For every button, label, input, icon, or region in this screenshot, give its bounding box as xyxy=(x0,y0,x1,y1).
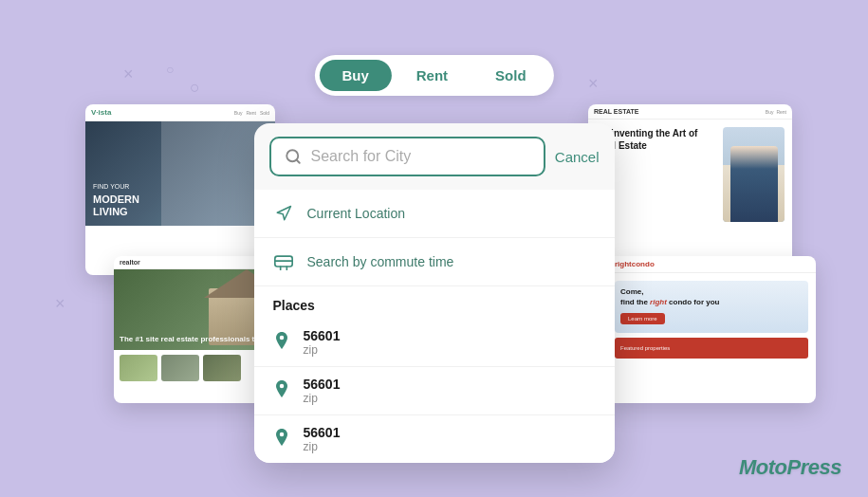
card-bl-logo: realtor xyxy=(120,259,140,266)
place-number-1: 56601 xyxy=(304,328,341,343)
card-bl-thumb3 xyxy=(203,355,241,381)
card-tl-headline: Find Your MODERNLIVING xyxy=(93,183,139,218)
svg-line-1 xyxy=(296,159,299,162)
places-header: Places xyxy=(254,286,615,319)
nav-link-buy: Buy xyxy=(766,109,774,115)
place-info-2: 56601 zip xyxy=(304,377,341,405)
search-header: Search for City Cancel xyxy=(254,123,615,190)
tab-bar: Buy Rent Sold xyxy=(314,55,553,96)
place-info-1: 56601 zip xyxy=(304,328,341,357)
search-icon xyxy=(285,148,302,165)
current-location-item[interactable]: Current Location xyxy=(254,190,615,238)
place-item-2[interactable]: 56601 zip xyxy=(254,367,615,415)
card-tl-hero: Find Your MODERNLIVING xyxy=(85,121,275,226)
nav-link1: Buy xyxy=(234,110,243,116)
card-top-right: REAL ESTATE Buy Rent Re-inventing the Ar… xyxy=(588,104,792,275)
svg-point-4 xyxy=(279,336,284,341)
tab-buy[interactable]: Buy xyxy=(319,60,391,91)
search-input-container[interactable]: Search for City xyxy=(269,137,545,176)
branding-text: MotoPress xyxy=(739,455,841,479)
card-tr-person-figure xyxy=(730,146,778,222)
places-section: Places 56601 zip 56601 zip xyxy=(254,286,615,463)
place-item-3[interactable]: 56601 zip xyxy=(254,415,615,463)
card-br-nav: rightcondo xyxy=(607,256,816,273)
nav-link2: Rent xyxy=(246,110,256,116)
place-number-3: 56601 xyxy=(304,425,341,440)
commute-icon xyxy=(273,251,294,272)
pin-icon-3 xyxy=(273,427,290,448)
card-tr-logo: REAL ESTATE xyxy=(594,108,638,115)
card-tl-small-text: Find Your xyxy=(93,183,139,191)
card-top-left: V·ista Buy Rent Sold Find Your MODERNLIV… xyxy=(85,104,275,275)
commute-time-label: Search by commute time xyxy=(307,254,454,269)
search-placeholder: Search for City xyxy=(311,148,530,165)
card-bl-thumb2 xyxy=(161,355,199,381)
svg-marker-2 xyxy=(277,207,290,220)
card-bottom-right: rightcondo Come,find the right condo for… xyxy=(607,256,816,403)
card-bl-headline: The #1 site real estate professionals tr… xyxy=(120,335,268,344)
decor-x1: × xyxy=(123,64,134,84)
card-bl-thumb1 xyxy=(120,355,157,381)
search-dropdown: Current Location Search by commute time … xyxy=(254,190,615,463)
current-location-label: Current Location xyxy=(307,206,406,221)
card-br-strip: Featured properties xyxy=(615,338,808,359)
svg-point-5 xyxy=(279,384,284,389)
pin-icon-2 xyxy=(273,378,290,399)
card-tl-nav: V·ista Buy Rent Sold xyxy=(85,104,275,121)
nav-link-rent: Rent xyxy=(776,109,786,115)
place-type-3: zip xyxy=(304,440,341,453)
pin-icon-1 xyxy=(273,330,290,351)
card-br-headline: Come,find the right condo for you xyxy=(620,286,803,307)
card-tl-logo: V·ista xyxy=(91,108,111,117)
svg-point-6 xyxy=(279,433,284,437)
place-type-2: zip xyxy=(304,392,341,405)
decor-o3: ○ xyxy=(166,62,174,77)
card-br-logo-prefix: right xyxy=(615,260,632,268)
card-tl-nav-links: Buy Rent Sold xyxy=(234,110,269,116)
location-arrow-icon xyxy=(273,203,294,224)
place-info-3: 56601 zip xyxy=(304,425,341,453)
motopress-branding: MotoPress xyxy=(739,455,841,480)
card-br-strip-text: Featured properties xyxy=(620,345,670,351)
card-br-logo: rightcondo xyxy=(615,260,655,268)
tab-rent[interactable]: Rent xyxy=(394,60,471,91)
nav-link3: Sold xyxy=(260,110,269,116)
decor-x2: × xyxy=(55,294,65,314)
card-tr-nav: REAL ESTATE Buy Rent xyxy=(588,104,792,120)
search-modal: Search for City Cancel Current Location xyxy=(254,123,615,463)
place-number-2: 56601 xyxy=(304,377,341,392)
decor-o1: ○ xyxy=(190,78,200,98)
tab-sold[interactable]: Sold xyxy=(472,60,549,91)
place-type-1: zip xyxy=(304,343,341,357)
commute-time-item[interactable]: Search by commute time xyxy=(254,238,615,286)
place-item-1[interactable]: 56601 zip xyxy=(254,319,615,367)
card-br-body: Come,find the right condo for you Learn … xyxy=(607,273,816,366)
decor-x3: × xyxy=(588,74,599,94)
cancel-button[interactable]: Cancel xyxy=(555,149,600,165)
card-br-cta[interactable]: Learn more xyxy=(620,313,665,324)
card-br-hero: Come,find the right condo for you Learn … xyxy=(615,281,808,333)
card-tr-person-image xyxy=(723,127,785,222)
card-br-logo-suffix: condo xyxy=(632,260,655,268)
card-tr-nav-links: Buy Rent xyxy=(766,109,786,115)
